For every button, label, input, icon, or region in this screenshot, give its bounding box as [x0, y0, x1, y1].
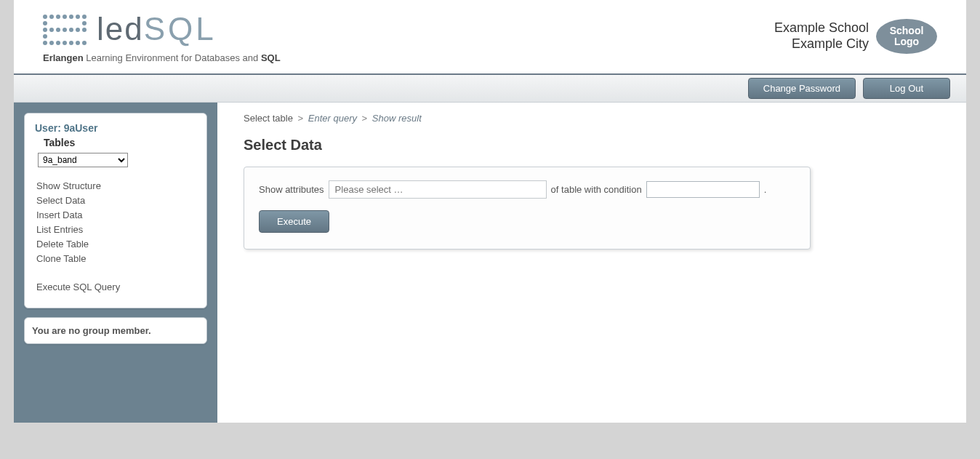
school-logo-icon: School Logo: [876, 19, 937, 54]
change-password-button[interactable]: Change Password: [748, 78, 856, 99]
sub-mid: Learning Environment for Databases and: [84, 52, 261, 63]
condition-input[interactable]: [646, 181, 760, 198]
logo-text: ledSQL: [97, 13, 217, 45]
sidebar-link-list-entries[interactable]: List Entries: [36, 224, 83, 235]
breadcrumb-sep-1: >: [298, 113, 304, 124]
school-line2: Example City: [774, 36, 869, 52]
execute-button[interactable]: Execute: [259, 210, 329, 233]
user-name: 9aUser: [64, 122, 98, 134]
sidebar-links: Show Structure Select Data Insert Data L…: [36, 180, 196, 292]
school-block: Example School Example City School Logo: [774, 19, 937, 54]
logo-row: ledSQL: [43, 13, 281, 45]
query-panel: Show attributes of table with condition …: [244, 167, 811, 250]
tables-heading: Tables: [44, 137, 196, 148]
breadcrumb-sep-2: >: [362, 113, 368, 124]
logo-text-sql: SQL: [144, 11, 217, 47]
sidebar-link-select-data[interactable]: Select Data: [36, 195, 85, 206]
app-frame: ledSQL Erlangen Learning Environment for…: [14, 0, 966, 423]
school-line1: Example School: [774, 20, 869, 36]
table-select[interactable]: 9a_band: [38, 153, 128, 167]
logo-subtitle: Erlangen Learning Environment for Databa…: [43, 52, 281, 63]
attributes-input[interactable]: [329, 180, 547, 199]
sidebar-link-insert-data[interactable]: Insert Data: [36, 209, 83, 220]
group-message: You are no group member.: [32, 325, 151, 336]
of-table-label: of table with condition: [551, 184, 642, 195]
breadcrumb-step-3: Show result: [372, 113, 422, 124]
sidebar-spacer: [36, 268, 196, 278]
breadcrumb-step-2: Enter query: [308, 113, 357, 124]
sub-sql: SQL: [261, 52, 281, 63]
toolbar: Change Password Log Out: [14, 75, 966, 103]
show-attributes-label: Show attributes: [259, 184, 324, 195]
main-content: Select table > Enter query > Show result…: [217, 103, 966, 423]
body-row: User: 9aUser Tables 9a_band Show Structu…: [14, 103, 966, 423]
sidebar-link-execute-sql[interactable]: Execute SQL Query: [36, 282, 120, 292]
logout-button[interactable]: Log Out: [863, 78, 950, 99]
sub-erlangen: Erlangen: [43, 52, 84, 63]
sidebar-group-box: You are no group member.: [24, 317, 207, 344]
sidebar-tables-box: User: 9aUser Tables 9a_band Show Structu…: [24, 113, 207, 308]
user-label: User: 9aUser: [35, 122, 196, 134]
sidebar-link-delete-table[interactable]: Delete Table: [36, 239, 89, 250]
header: ledSQL Erlangen Learning Environment for…: [14, 0, 966, 75]
school-text: Example School Example City: [774, 20, 869, 52]
sidebar-link-clone-table[interactable]: Clone Table: [36, 253, 86, 264]
breadcrumb: Select table > Enter query > Show result: [244, 113, 944, 124]
breadcrumb-step-1: Select table: [244, 113, 293, 124]
logo-area: ledSQL Erlangen Learning Environment for…: [43, 13, 281, 63]
school-logo-text: School Logo: [876, 25, 937, 48]
sidebar-link-show-structure[interactable]: Show Structure: [36, 180, 101, 191]
page-title: Select Data: [244, 137, 944, 153]
sidebar: User: 9aUser Tables 9a_band Show Structu…: [14, 103, 217, 423]
query-row: Show attributes of table with condition …: [259, 180, 795, 199]
logo-text-led: led: [97, 11, 144, 47]
period: .: [764, 184, 767, 195]
logo-e-icon: [43, 15, 87, 45]
user-prefix: User:: [35, 122, 64, 134]
